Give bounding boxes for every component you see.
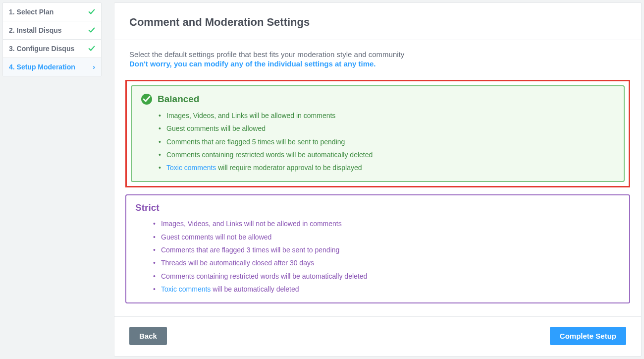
page-root: 1. Select Plan 2. Install Disqus 3. Conf… [0,0,644,359]
option-header: Balanced [141,93,615,105]
check-icon [88,45,95,52]
check-icon [88,8,95,15]
chevron-right-icon: › [93,63,95,71]
step-install-disqus[interactable]: 2. Install Disqus [3,21,101,40]
selected-option-highlight: Balanced Images, Videos, and Links will … [125,80,630,187]
list-item: Threads will be automatically closed aft… [153,256,620,269]
list-item: Comments containing restricted words wil… [153,270,620,283]
step-label: 1. Select Plan [9,8,54,16]
list-item-text: will require moderator approval to be di… [216,164,362,172]
intro-block: Select the default settings profile that… [114,40,641,71]
main-header: Comment and Moderation Settings [114,3,641,40]
toxic-comments-link[interactable]: Toxic comments [166,164,216,172]
step-setup-moderation[interactable]: 4. Setup Moderation › [3,58,101,76]
list-item: Comments that are flagged 3 times will b… [153,243,620,256]
option-feature-list: Images, Videos, and Links will not be al… [153,217,620,296]
option-strict[interactable]: Strict Images, Videos, and Links will no… [125,194,630,303]
option-feature-list: Images, Videos, and Links will be allowe… [159,109,615,174]
step-label: 3. Configure Disqus [9,45,74,53]
option-header: Strict [135,202,620,213]
option-balanced[interactable]: Balanced Images, Videos, and Links will … [131,85,625,182]
intro-text: Select the default settings profile that… [129,50,626,59]
back-button[interactable]: Back [129,327,167,345]
list-item: Toxic comments will be automatically del… [153,283,620,296]
check-circle-icon [141,93,153,105]
main-panel: Comment and Moderation Settings Select t… [114,2,642,357]
list-item: Images, Videos, and Links will not be al… [153,217,620,230]
option-title: Balanced [158,94,199,105]
check-icon [88,27,95,34]
list-item: Comments containing restricted words wil… [159,148,615,161]
toxic-comments-link[interactable]: Toxic comments [161,285,211,293]
list-item-text: will be automatically deleted [211,285,299,293]
moderation-options: Balanced Images, Videos, and Links will … [114,71,641,313]
list-item: Images, Videos, and Links will be allowe… [159,109,615,122]
page-title: Comment and Moderation Settings [129,16,626,29]
setup-steps-sidebar: 1. Select Plan 2. Install Disqus 3. Conf… [2,2,102,357]
intro-subtext: Don't worry, you can modify any of the i… [129,60,626,68]
step-select-plan[interactable]: 1. Select Plan [3,3,101,21]
step-configure-disqus[interactable]: 3. Configure Disqus [3,40,101,58]
option-title: Strict [135,202,160,213]
complete-setup-button[interactable]: Complete Setup [550,327,626,345]
list-item: Guest comments will not be allowed [153,231,620,243]
list-item: Guest comments will be allowed [159,122,615,135]
list-item: Comments that are flagged 5 times will b… [159,135,615,148]
step-list: 1. Select Plan 2. Install Disqus 3. Conf… [2,2,102,76]
step-label: 2. Install Disqus [9,26,62,34]
footer-actions: Back Complete Setup [114,316,641,356]
list-item: Toxic comments will require moderator ap… [159,161,615,174]
step-label: 4. Setup Moderation [9,63,75,71]
